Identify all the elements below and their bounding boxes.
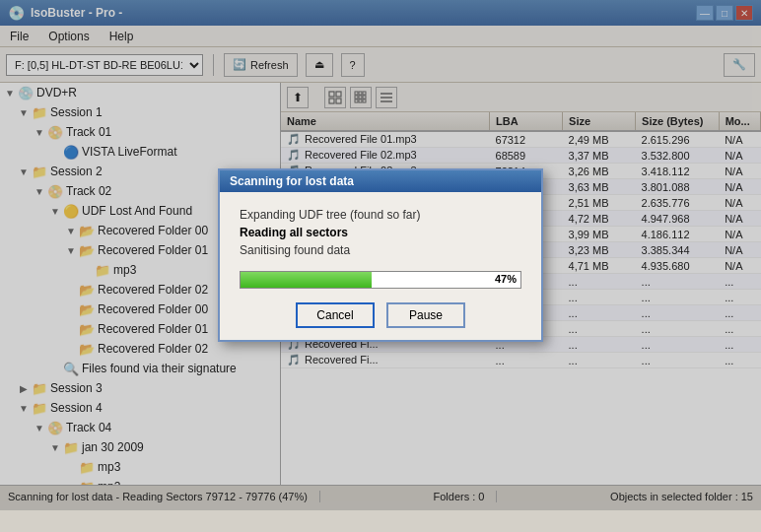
scanning-modal: Scanning for lost data Expanding UDF tre… (218, 168, 543, 342)
modal-title: Scanning for lost data (220, 170, 541, 192)
modal-buttons: Cancel Pause (240, 302, 521, 328)
modal-line2: Reading all sectors (240, 226, 521, 239)
modal-line1: Expanding UDF tree (found so far) (240, 208, 521, 222)
modal-line3: Sanitising found data (240, 243, 521, 257)
progress-bar-fill (241, 272, 372, 288)
modal-overlay: Scanning for lost data Expanding UDF tre… (0, 0, 761, 510)
cancel-button[interactable]: Cancel (296, 302, 375, 328)
pause-button[interactable]: Pause (386, 302, 465, 328)
modal-body: Expanding UDF tree (found so far) Readin… (220, 192, 541, 340)
progress-bar-container: 47% (240, 271, 521, 289)
progress-text: 47% (495, 273, 517, 285)
